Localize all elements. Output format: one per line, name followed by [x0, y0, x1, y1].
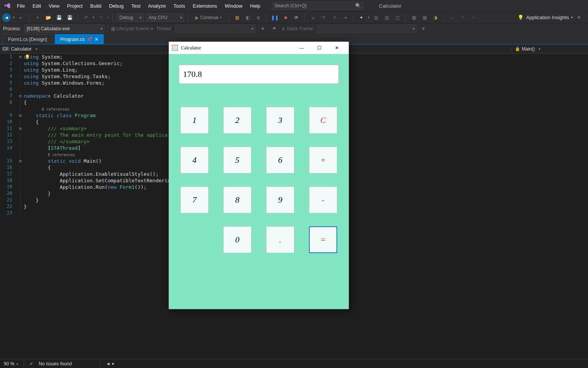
calc-btn-dot[interactable]: .	[266, 226, 294, 253]
continue-label: Continue	[200, 15, 219, 20]
new-project-icon[interactable]: ✧	[33, 13, 42, 22]
undo-icon[interactable]: ↶	[82, 13, 90, 22]
nav-forward-button[interactable]: ►	[17, 13, 25, 22]
continue-button[interactable]: ▶ Continue ▾	[192, 13, 225, 22]
redo-icon[interactable]: ↷	[96, 13, 105, 22]
step-over-icon[interactable]: ↷	[319, 13, 328, 22]
calc-btn-5[interactable]: 5	[223, 147, 252, 173]
save-all-icon[interactable]: 💾	[65, 13, 74, 22]
maximize-button[interactable]: ☐	[310, 42, 328, 54]
calc-btn-plus[interactable]: +	[309, 147, 337, 173]
menu-file[interactable]: File	[13, 0, 29, 11]
minimize-button[interactable]: —	[293, 42, 310, 54]
tb-icon-2[interactable]: ◧	[243, 13, 252, 22]
calc-keypad: 1 2 3 C 4 5 6 + 7 8 9 - 0 . =	[174, 107, 343, 253]
tb-group2-3[interactable]: ▥	[382, 13, 391, 22]
break-all-icon[interactable]: ❚❚	[271, 13, 279, 22]
menu-help[interactable]: Help	[246, 0, 264, 11]
restart-icon[interactable]: ⟳	[292, 13, 301, 22]
process-combo[interactable]: [9136] Calculator.exe	[24, 25, 105, 33]
line-number: 9	[0, 112, 17, 119]
application-insights-button[interactable]: 💡 Application Insights ▾ ≡	[518, 15, 586, 20]
menu-window[interactable]: Window	[221, 0, 246, 11]
save-icon[interactable]: 💾	[55, 13, 63, 22]
menu-debug[interactable]: Debug	[105, 0, 127, 11]
line-number: 3	[0, 67, 17, 73]
calc-btn-7[interactable]: 7	[180, 186, 209, 213]
menu-analyze[interactable]: Analyze	[144, 0, 170, 11]
line-number: 10	[0, 119, 17, 125]
line-number: 17	[0, 171, 17, 177]
nav-arrows-icon[interactable]: ◄ ▾	[106, 361, 114, 366]
tb-group4-2[interactable]: ↷	[458, 13, 467, 22]
line-number: 7	[0, 93, 17, 99]
solution-platform-dropdown[interactable]: Any CPU	[146, 13, 184, 22]
debug-location-toolbar: Process: [9136] Calculator.exe ▦ Lifecyc…	[0, 23, 588, 34]
menu-extensions[interactable]: Extensions	[189, 0, 221, 11]
line-number: 22	[0, 203, 17, 210]
tb-group3-1[interactable]: ▦	[410, 13, 418, 22]
line-number: 11	[0, 125, 17, 132]
line-number: 15	[0, 158, 17, 164]
tb-group4-1[interactable]: ↘	[448, 13, 456, 22]
calc-btn-clear[interactable]: C	[309, 107, 337, 134]
member-dropdown[interactable]: 🔒 Main()	[511, 46, 588, 52]
nav-back-button[interactable]: ◄	[2, 13, 11, 22]
calc-btn-3[interactable]: 3	[266, 107, 294, 134]
tb-group3-3[interactable]: ◑	[431, 13, 439, 22]
calc-btn-6[interactable]: 6	[266, 147, 294, 173]
calc-btn-1[interactable]: 1	[180, 107, 209, 134]
search-icon: 🔍	[355, 3, 361, 8]
tab-program-cs[interactable]: Program.cs 📌 ✕	[55, 34, 104, 44]
solution-config-dropdown[interactable]: Debug	[117, 13, 144, 22]
tb-group3-2[interactable]: ▦	[420, 13, 429, 22]
lightbulb-quickfix-icon[interactable]: 💡	[24, 54, 30, 61]
member-label: Main()	[522, 46, 535, 52]
thread-filter-icon[interactable]: ▼	[258, 25, 267, 33]
line-number: 2	[0, 60, 17, 67]
line-number: 16	[0, 164, 17, 171]
calc-btn-minus[interactable]: -	[309, 186, 337, 213]
thread-label: Thread:	[156, 26, 172, 31]
tb-group2-2[interactable]: ▤	[372, 13, 380, 22]
thread-combo[interactable]	[175, 25, 255, 33]
tb-group2-1[interactable]: ✦	[357, 13, 366, 22]
tb-group2-4[interactable]: ◫	[393, 13, 402, 22]
menu-project[interactable]: Project	[63, 0, 86, 11]
step-icon-4[interactable]: ⇥	[341, 13, 349, 22]
tb-group4-3[interactable]: ↗	[469, 13, 477, 22]
calc-display[interactable]: 170.8	[179, 65, 339, 84]
menu-test[interactable]: Test	[127, 0, 144, 11]
menu-view[interactable]: View	[45, 0, 63, 11]
search-placeholder: Search (Ctrl+Q)	[274, 3, 307, 8]
menu-tools[interactable]: Tools	[170, 0, 189, 11]
calc-btn-9[interactable]: 9	[266, 186, 294, 213]
lock-icon: 🔒	[515, 46, 520, 51]
app-icon	[172, 45, 178, 51]
pin-icon[interactable]: 📌	[87, 37, 92, 42]
stackframe-combo[interactable]	[317, 25, 416, 33]
tab-form1-design[interactable]: Form1.cs [Design]	[2, 34, 52, 44]
calc-btn-2[interactable]: 2	[223, 107, 252, 134]
menu-edit[interactable]: Edit	[29, 0, 45, 11]
calc-btn-8[interactable]: 8	[223, 186, 252, 213]
tb-icon-3[interactable]: ≣	[254, 13, 263, 22]
step-into-icon[interactable]: ↘	[309, 13, 317, 22]
close-button[interactable]: ✕	[328, 42, 346, 54]
zoom-level[interactable]: 90 %	[4, 361, 18, 366]
stop-debug-icon[interactable]: ■	[281, 13, 290, 22]
calc-btn-0[interactable]: 0	[223, 226, 252, 253]
menu-build[interactable]: Build	[87, 0, 105, 11]
calc-btn-4[interactable]: 4	[180, 147, 209, 173]
calc-btn-equals[interactable]: =	[309, 226, 337, 253]
window-title: Calculator	[181, 45, 293, 51]
tb-icon-1[interactable]: ▦	[233, 13, 241, 22]
open-file-icon[interactable]: 📂	[44, 13, 52, 22]
calculator-titlebar[interactable]: Calculator — ☐ ✕	[169, 42, 349, 54]
step-out-icon[interactable]: ↗	[330, 13, 338, 22]
close-tab-icon[interactable]: ✕	[95, 37, 98, 42]
standard-toolbar: ◄ ▾ ► ✧ 📂 💾 💾 ↶ ▾ ↷ ▾ Debug Any CPU ▶ Co…	[0, 11, 588, 23]
quick-launch-search[interactable]: Search (Ctrl+Q) 🔍	[272, 2, 364, 10]
lifecycle-events-label[interactable]: ▦ Lifecycle Events ▾	[111, 26, 153, 31]
thread-flag-icon[interactable]: ⚑	[270, 25, 278, 33]
